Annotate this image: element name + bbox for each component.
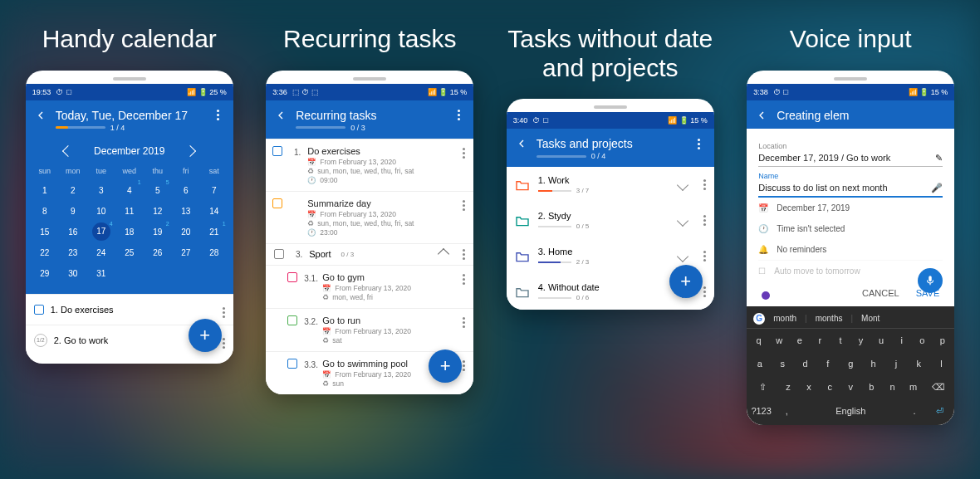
calendar-day[interactable]: 22 — [31, 242, 59, 263]
key[interactable]: z — [777, 378, 798, 397]
key[interactable]: k — [908, 354, 930, 373]
date-value[interactable]: December 17, 2019 — [777, 203, 850, 213]
more-icon[interactable] — [463, 200, 465, 211]
add-fab[interactable]: + — [429, 349, 462, 383]
key[interactable]: ⌫ — [924, 378, 953, 397]
key[interactable]: q — [748, 331, 769, 349]
key[interactable]: d — [794, 354, 816, 373]
calendar-day[interactable]: 55 — [144, 180, 172, 201]
chevron-down-icon[interactable] — [677, 250, 688, 261]
calendar-day[interactable]: 18 — [115, 222, 144, 242]
calendar-day[interactable] — [172, 263, 200, 284]
calendar-day[interactable]: 28 — [200, 242, 228, 263]
google-icon[interactable]: G — [753, 313, 765, 325]
key[interactable]: o — [912, 331, 933, 349]
key[interactable]: f — [816, 354, 839, 373]
location-field[interactable]: December 17, 2019 / Go to work ✎ — [758, 150, 943, 167]
chevron-down-icon[interactable] — [677, 178, 688, 190]
calendar-day[interactable]: 20 — [172, 222, 200, 242]
key[interactable]: e — [789, 331, 810, 349]
key[interactable]: n — [882, 378, 903, 397]
more-icon[interactable] — [703, 286, 706, 297]
calendar-day[interactable]: 13 — [172, 201, 200, 222]
calendar-day[interactable]: 14 — [200, 201, 228, 222]
calendar-day[interactable]: 11 — [115, 201, 144, 222]
month-label[interactable]: December 2019 — [94, 145, 164, 157]
more-icon[interactable] — [212, 109, 225, 122]
more-icon[interactable] — [223, 332, 225, 349]
back-icon[interactable] — [755, 109, 768, 122]
key[interactable]: g — [840, 354, 862, 373]
key[interactable]: x — [799, 378, 820, 397]
reminders-value[interactable]: No reminders — [777, 245, 826, 254]
recurring-task[interactable]: 3.1. Go to gym 📅From February 13, 2020♻m… — [266, 265, 473, 308]
edit-icon[interactable]: ✎ — [935, 153, 943, 164]
key[interactable]: b — [861, 378, 882, 397]
back-icon[interactable] — [274, 109, 287, 122]
calendar-day[interactable]: 15 — [31, 222, 59, 242]
calendar-day[interactable]: 23 — [59, 242, 87, 263]
calendar-day[interactable]: 211 — [200, 222, 228, 242]
calendar-day[interactable]: 8 — [31, 201, 59, 222]
calendar-day[interactable] — [200, 263, 228, 284]
keyboard[interactable]: Gmonth|months|Montqwertyuiopasdfghjkl⇧zx… — [747, 306, 954, 425]
key[interactable]: v — [840, 378, 861, 397]
suggestion[interactable]: Mont — [861, 314, 880, 323]
checkbox-icon[interactable] — [287, 315, 297, 325]
more-icon[interactable] — [703, 251, 706, 261]
back-icon[interactable] — [515, 137, 528, 150]
calendar-day[interactable]: 7 — [200, 180, 228, 201]
key[interactable]: h — [862, 354, 884, 373]
calendar-day[interactable]: 26 — [144, 242, 172, 263]
calendar-day[interactable]: 30 — [59, 263, 87, 284]
project-row[interactable]: 2. Stydy 0 / 5 — [507, 203, 714, 238]
suggestion[interactable]: month — [773, 314, 796, 323]
key[interactable]: c — [820, 378, 840, 397]
key-space[interactable]: English — [800, 402, 902, 421]
key[interactable]: ⇧ — [748, 378, 777, 397]
key[interactable]: m — [903, 378, 924, 397]
calendar-day[interactable]: 16 — [59, 222, 87, 242]
more-icon[interactable] — [463, 148, 465, 159]
more-icon[interactable] — [703, 215, 706, 226]
key-period[interactable]: . — [902, 402, 928, 421]
chevron-up-icon[interactable] — [438, 248, 449, 260]
calendar-day[interactable] — [144, 263, 172, 284]
calendar-day[interactable]: 31 — [87, 263, 115, 284]
more-icon[interactable] — [463, 317, 465, 328]
key[interactable]: l — [930, 354, 953, 373]
key[interactable]: w — [769, 331, 790, 349]
calendar-day[interactable]: 192 — [144, 222, 172, 242]
chevron-down-icon[interactable] — [677, 214, 688, 226]
more-icon[interactable] — [463, 274, 465, 285]
next-month-icon[interactable] — [184, 144, 196, 156]
key[interactable]: j — [884, 354, 907, 373]
checkbox-icon[interactable] — [272, 146, 282, 156]
key[interactable]: r — [810, 331, 831, 349]
calendar-day[interactable]: 174 — [87, 222, 115, 242]
mic-fab[interactable] — [918, 268, 943, 293]
add-fab[interactable]: + — [669, 265, 703, 298]
more-icon[interactable] — [452, 109, 465, 122]
key[interactable]: a — [748, 354, 771, 373]
key[interactable]: p — [933, 331, 953, 349]
checkbox-icon[interactable] — [34, 305, 44, 315]
checkbox-icon[interactable] — [274, 249, 284, 259]
calendar-day[interactable]: 2 — [59, 180, 87, 201]
more-icon[interactable] — [463, 360, 465, 371]
recurring-task[interactable]: 3.2. Go to run 📅From February 13, 2020♻s… — [266, 308, 473, 351]
key[interactable]: t — [831, 331, 851, 349]
calendar-day[interactable]: 25 — [115, 242, 144, 263]
calendar-day[interactable] — [115, 263, 144, 284]
key[interactable]: s — [772, 354, 794, 373]
key[interactable]: u — [871, 331, 892, 349]
more-icon[interactable] — [693, 137, 706, 150]
calendar-day[interactable]: 29 — [31, 263, 59, 284]
more-icon[interactable] — [703, 179, 706, 190]
calendar-day[interactable]: 27 — [172, 242, 200, 263]
key-enter[interactable]: ⏎ — [928, 402, 953, 421]
calendar-day[interactable]: 41 — [115, 180, 144, 201]
calendar-day[interactable]: 10 — [87, 201, 115, 222]
add-fab[interactable]: + — [189, 319, 222, 352]
checkbox-icon[interactable] — [287, 272, 297, 282]
